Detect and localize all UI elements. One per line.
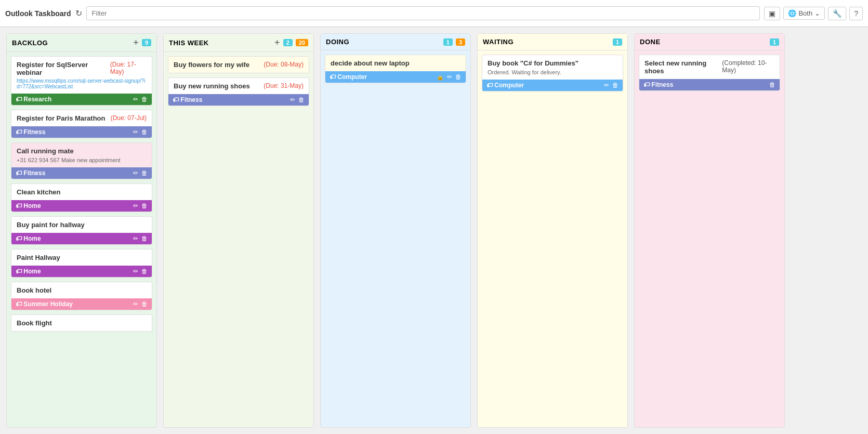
card-backlog-5: Paint Hallway🏷 Home✏🗑 xyxy=(11,249,152,278)
delete-button[interactable]: 🗑 xyxy=(141,235,148,242)
badge-count2-doing: 3 xyxy=(456,38,465,46)
card-body-doing-0: decide about new laptop xyxy=(325,55,466,71)
column-header-done: DONE1 xyxy=(635,34,784,50)
card-body-backlog-5: Paint Hallway xyxy=(11,249,152,266)
edit-button[interactable]: ✏ xyxy=(133,268,138,275)
edit-button[interactable]: ✏ xyxy=(133,128,138,136)
app-title: Outlook Taskboard xyxy=(5,9,71,18)
badge-count-thisweek: 2 xyxy=(283,39,293,46)
cards-area-waiting: Buy book "C# for Dummies"Ordered. Waitin… xyxy=(478,50,627,427)
card-body-thisweek-0: Buy flowers for my wife(Due: 08-May) xyxy=(168,57,309,73)
card-waiting-0: Buy book "C# for Dummies"Ordered. Waitin… xyxy=(482,55,623,91)
globe-icon: 🌐 xyxy=(788,9,796,17)
tag-bar: 🏷 Computer✏🗑 xyxy=(482,80,623,91)
tag-label: 🏷 Research xyxy=(16,96,51,103)
card-thisweek-0: Buy flowers for my wife(Due: 08-May) xyxy=(168,56,309,73)
tag-label: 🏷 Computer xyxy=(330,73,367,81)
delete-button[interactable]: 🗑 xyxy=(455,73,462,81)
column-header-doing: DOING13 xyxy=(321,34,470,50)
column-title-doing: DOING xyxy=(326,38,440,46)
tag-bar: 🏷 Fitness✏🗑 xyxy=(11,126,152,138)
tag-bar: 🏷 Summer Holiday✏🗑 xyxy=(11,298,152,310)
badge-count-doing: 1 xyxy=(443,38,453,46)
delete-button[interactable]: 🗑 xyxy=(141,202,148,209)
card-title: Clean kitchen xyxy=(17,188,61,196)
help-button[interactable]: ? xyxy=(849,7,863,20)
edit-button[interactable]: ✏ xyxy=(604,82,609,89)
refresh-button[interactable]: ↻ xyxy=(75,8,82,18)
edit-button[interactable]: ✏ xyxy=(290,96,295,103)
card-due: (Due: 31-May) xyxy=(264,82,304,89)
filter-input[interactable] xyxy=(86,6,760,20)
card-title: Buy flowers for my wife xyxy=(174,61,249,69)
column-backlog: BACKLOG+9Register for SqlServer webinar(… xyxy=(6,33,157,428)
card-title: decide about new laptop xyxy=(331,59,410,67)
add-card-button-thisweek[interactable]: + xyxy=(274,38,280,47)
card-backlog-6: Book hotel🏷 Summer Holiday✏🗑 xyxy=(11,282,152,310)
delete-button[interactable]: 🗑 xyxy=(769,81,775,88)
card-backlog-7: Book flight xyxy=(11,314,152,332)
delete-button[interactable]: 🗑 xyxy=(612,82,619,89)
cards-area-thisweek: Buy flowers for my wife(Due: 08-May)Buy … xyxy=(164,52,313,427)
tag-bar: 🏷 Home✏🗑 xyxy=(11,266,152,277)
tag-label: 🏷 Home xyxy=(16,268,41,275)
edit-button[interactable]: ✏ xyxy=(447,73,452,81)
add-card-button-backlog[interactable]: + xyxy=(133,38,139,47)
cards-area-backlog: Register for SqlServer webinar(Due: 17-M… xyxy=(7,52,156,427)
badge-count2-thisweek: 20 xyxy=(296,39,308,46)
column-done: DONE1Select new running shoes(Completed:… xyxy=(634,33,785,428)
card-link[interactable]: https://www.mssqltips.com/sql-server-web… xyxy=(17,78,147,89)
card-doing-0: decide about new laptop🏷 Computer🔒✏🗑 xyxy=(325,55,466,83)
card-body-backlog-7: Book flight xyxy=(11,315,152,331)
column-title-done: DONE xyxy=(640,38,767,46)
delete-button[interactable]: 🗑 xyxy=(141,169,148,177)
card-title: Buy book "C# for Dummies" xyxy=(488,59,578,67)
card-due: (Due: 08-May) xyxy=(264,61,304,68)
card-body-text: Ordered. Waiting for delivery. xyxy=(488,69,617,75)
tag-label: 🏷 Fitness xyxy=(16,169,45,177)
card-title: Paint Hallway xyxy=(17,254,60,261)
card-due: (Due: 17-May) xyxy=(110,61,147,75)
delete-button[interactable]: 🗑 xyxy=(141,128,148,136)
card-due: (Due: 07-Jul) xyxy=(111,114,147,122)
both-button[interactable]: 🌐 Both ⌄ xyxy=(783,7,825,20)
card-backlog-3: Clean kitchen🏷 Home✏🗑 xyxy=(11,183,152,212)
card-body-backlog-6: Book hotel xyxy=(11,282,152,298)
delete-button[interactable]: 🗑 xyxy=(141,268,148,275)
card-body-backlog-0: Register for SqlServer webinar(Due: 17-M… xyxy=(11,57,152,94)
card-title: Select new running shoes xyxy=(645,59,719,75)
tag-bar: 🏷 Home✏🗑 xyxy=(11,200,152,212)
calendar-icon-btn[interactable]: ▣ xyxy=(764,7,780,20)
edit-button[interactable]: ✏ xyxy=(133,96,138,103)
card-title: Book hotel xyxy=(17,286,51,294)
column-header-thisweek: THIS WEEK+220 xyxy=(164,34,313,52)
edit-button[interactable]: ✏ xyxy=(133,169,138,177)
column-doing: DOING13decide about new laptop🏷 Computer… xyxy=(320,33,471,428)
delete-button[interactable]: 🗑 xyxy=(298,96,305,103)
tag-label: 🏷 Fitness xyxy=(16,128,45,136)
tag-label: 🏷 Summer Holiday xyxy=(16,300,73,308)
edit-button[interactable]: ✏ xyxy=(133,202,138,209)
card-body-backlog-2: Call running mate+31 622 934 567 Make ne… xyxy=(11,143,152,167)
column-header-backlog: BACKLOG+9 xyxy=(7,34,156,52)
board: BACKLOG+9Register for SqlServer webinar(… xyxy=(0,27,868,434)
badge-count-waiting: 1 xyxy=(613,38,622,46)
card-backlog-0: Register for SqlServer webinar(Due: 17-M… xyxy=(11,56,152,106)
tag-bar: 🏷 Fitness🗑 xyxy=(639,79,780,90)
column-thisweek: THIS WEEK+220Buy flowers for my wife(Due… xyxy=(163,33,314,428)
delete-button[interactable]: 🗑 xyxy=(141,300,148,308)
delete-button[interactable]: 🗑 xyxy=(141,96,148,103)
card-title: Register for SqlServer webinar xyxy=(17,61,107,76)
edit-button[interactable]: ✏ xyxy=(133,300,138,308)
chevron-down-icon: ⌄ xyxy=(814,9,820,17)
column-title-thisweek: THIS WEEK xyxy=(169,39,271,47)
wrench-button[interactable]: 🔧 xyxy=(828,7,846,20)
tag-label: 🏷 Fitness xyxy=(643,81,673,88)
tag-label: 🏷 Fitness xyxy=(173,96,202,103)
lock-button[interactable]: 🔒 xyxy=(437,73,444,81)
card-body-done-0: Select new running shoes(Completed: 10-M… xyxy=(639,55,780,79)
card-backlog-1: Register for Paris Marathon(Due: 07-Jul)… xyxy=(11,110,152,138)
both-label: Both xyxy=(798,9,812,17)
edit-button[interactable]: ✏ xyxy=(133,235,138,242)
tag-bar: 🏷 Research✏🗑 xyxy=(11,94,152,105)
